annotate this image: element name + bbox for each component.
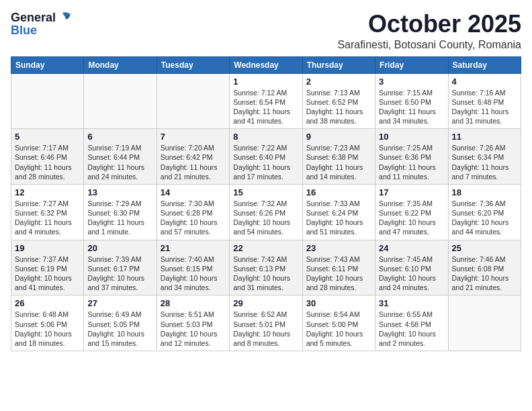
day-number: 26 [15, 298, 80, 308]
table-row: 24Sunrise: 7:45 AM Sunset: 6:10 PM Dayli… [375, 240, 448, 295]
table-row: 9Sunrise: 7:23 AM Sunset: 6:38 PM Daylig… [302, 129, 375, 185]
table-row: 28Sunrise: 6:51 AM Sunset: 5:03 PM Dayli… [157, 295, 229, 351]
table-row: 13Sunrise: 7:29 AM Sunset: 6:30 PM Dayli… [84, 184, 157, 240]
day-number: 31 [379, 298, 444, 308]
table-row: 25Sunrise: 7:46 AM Sunset: 6:08 PM Dayli… [448, 240, 521, 295]
day-info: Sunrise: 7:46 AM Sunset: 6:08 PM Dayligh… [452, 255, 517, 293]
day-info: Sunrise: 6:54 AM Sunset: 5:00 PM Dayligh… [306, 310, 371, 348]
table-row: 22Sunrise: 7:42 AM Sunset: 6:13 PM Dayli… [230, 240, 302, 295]
day-number: 30 [306, 298, 371, 308]
calendar-header-row: Sunday Monday Tuesday Wednesday Thursday… [11, 56, 521, 73]
table-row: 6Sunrise: 7:19 AM Sunset: 6:44 PM Daylig… [84, 129, 157, 185]
calendar-week-row: 12Sunrise: 7:27 AM Sunset: 6:32 PM Dayli… [11, 184, 521, 240]
day-info: Sunrise: 7:26 AM Sunset: 6:34 PM Dayligh… [452, 143, 517, 181]
table-row [157, 73, 229, 129]
day-info: Sunrise: 7:25 AM Sunset: 6:36 PM Dayligh… [379, 143, 444, 181]
day-info: Sunrise: 6:51 AM Sunset: 5:03 PM Dayligh… [161, 310, 226, 348]
day-info: Sunrise: 7:30 AM Sunset: 6:28 PM Dayligh… [161, 199, 226, 237]
logo-blue-text: Blue [11, 24, 37, 38]
day-number: 21 [161, 243, 226, 253]
calendar-week-row: 5Sunrise: 7:17 AM Sunset: 6:46 PM Daylig… [11, 129, 521, 185]
table-row: 12Sunrise: 7:27 AM Sunset: 6:32 PM Dayli… [11, 184, 84, 240]
day-number: 7 [161, 132, 226, 142]
day-number: 15 [233, 187, 298, 197]
day-info: Sunrise: 7:29 AM Sunset: 6:30 PM Dayligh… [87, 199, 152, 237]
day-info: Sunrise: 6:55 AM Sunset: 4:58 PM Dayligh… [379, 310, 444, 348]
day-info: Sunrise: 6:52 AM Sunset: 5:01 PM Dayligh… [233, 310, 298, 348]
day-info: Sunrise: 7:40 AM Sunset: 6:15 PM Dayligh… [161, 255, 226, 293]
logo: General Blue [11, 11, 72, 38]
table-row: 27Sunrise: 6:49 AM Sunset: 5:05 PM Dayli… [84, 295, 157, 351]
day-info: Sunrise: 6:48 AM Sunset: 5:06 PM Dayligh… [15, 310, 80, 348]
table-row: 20Sunrise: 7:39 AM Sunset: 6:17 PM Dayli… [84, 240, 157, 295]
day-number: 11 [452, 132, 517, 142]
day-number: 18 [452, 187, 517, 197]
day-info: Sunrise: 7:36 AM Sunset: 6:20 PM Dayligh… [452, 199, 517, 237]
col-saturday: Saturday [448, 56, 521, 73]
day-info: Sunrise: 6:49 AM Sunset: 5:05 PM Dayligh… [87, 310, 152, 348]
page-header: General Blue October 2025 Sarafinesti, B… [11, 11, 521, 51]
table-row: 2Sunrise: 7:13 AM Sunset: 6:52 PM Daylig… [302, 73, 375, 129]
day-info: Sunrise: 7:13 AM Sunset: 6:52 PM Dayligh… [306, 88, 371, 126]
day-number: 25 [452, 243, 517, 253]
day-number: 3 [379, 77, 444, 87]
day-number: 10 [379, 132, 444, 142]
calendar-week-row: 1Sunrise: 7:12 AM Sunset: 6:54 PM Daylig… [11, 73, 521, 129]
table-row: 16Sunrise: 7:33 AM Sunset: 6:24 PM Dayli… [302, 184, 375, 240]
day-number: 22 [233, 243, 298, 253]
table-row: 10Sunrise: 7:25 AM Sunset: 6:36 PM Dayli… [375, 129, 448, 185]
day-info: Sunrise: 7:45 AM Sunset: 6:10 PM Dayligh… [379, 255, 444, 293]
table-row: 23Sunrise: 7:43 AM Sunset: 6:11 PM Dayli… [302, 240, 375, 295]
day-number: 24 [379, 243, 444, 253]
day-info: Sunrise: 7:43 AM Sunset: 6:11 PM Dayligh… [306, 255, 371, 293]
day-number: 5 [15, 132, 80, 142]
col-tuesday: Tuesday [157, 56, 229, 73]
day-info: Sunrise: 7:37 AM Sunset: 6:19 PM Dayligh… [15, 255, 80, 293]
table-row: 11Sunrise: 7:26 AM Sunset: 6:34 PM Dayli… [448, 129, 521, 185]
day-number: 28 [161, 298, 226, 308]
col-friday: Friday [375, 56, 448, 73]
day-info: Sunrise: 7:15 AM Sunset: 6:50 PM Dayligh… [379, 88, 444, 126]
calendar-table: Sunday Monday Tuesday Wednesday Thursday… [11, 56, 521, 351]
day-info: Sunrise: 7:27 AM Sunset: 6:32 PM Dayligh… [15, 199, 80, 237]
day-number: 16 [306, 187, 371, 197]
table-row: 15Sunrise: 7:32 AM Sunset: 6:26 PM Dayli… [230, 184, 302, 240]
table-row: 14Sunrise: 7:30 AM Sunset: 6:28 PM Dayli… [157, 184, 229, 240]
day-number: 4 [452, 77, 517, 87]
day-info: Sunrise: 7:12 AM Sunset: 6:54 PM Dayligh… [233, 88, 298, 126]
day-number: 12 [15, 187, 80, 197]
table-row: 26Sunrise: 6:48 AM Sunset: 5:06 PM Dayli… [11, 295, 84, 351]
day-info: Sunrise: 7:39 AM Sunset: 6:17 PM Dayligh… [87, 255, 152, 293]
table-row [84, 73, 157, 129]
table-row [448, 295, 521, 351]
table-row: 1Sunrise: 7:12 AM Sunset: 6:54 PM Daylig… [230, 73, 302, 129]
day-info: Sunrise: 7:16 AM Sunset: 6:48 PM Dayligh… [452, 88, 517, 126]
table-row: 5Sunrise: 7:17 AM Sunset: 6:46 PM Daylig… [11, 129, 84, 185]
day-number: 19 [15, 243, 80, 253]
table-row [11, 73, 84, 129]
day-info: Sunrise: 7:32 AM Sunset: 6:26 PM Dayligh… [233, 199, 298, 237]
day-number: 2 [306, 77, 371, 87]
calendar-week-row: 19Sunrise: 7:37 AM Sunset: 6:19 PM Dayli… [11, 240, 521, 295]
day-number: 29 [233, 298, 298, 308]
day-info: Sunrise: 7:22 AM Sunset: 6:40 PM Dayligh… [233, 143, 298, 181]
calendar-week-row: 26Sunrise: 6:48 AM Sunset: 5:06 PM Dayli… [11, 295, 521, 351]
day-number: 1 [233, 77, 298, 87]
day-number: 23 [306, 243, 371, 253]
table-row: 4Sunrise: 7:16 AM Sunset: 6:48 PM Daylig… [448, 73, 521, 129]
day-info: Sunrise: 7:23 AM Sunset: 6:38 PM Dayligh… [306, 143, 371, 181]
table-row: 30Sunrise: 6:54 AM Sunset: 5:00 PM Dayli… [302, 295, 375, 351]
day-info: Sunrise: 7:17 AM Sunset: 6:46 PM Dayligh… [15, 143, 80, 181]
day-number: 17 [379, 187, 444, 197]
table-row: 18Sunrise: 7:36 AM Sunset: 6:20 PM Dayli… [448, 184, 521, 240]
col-thursday: Thursday [302, 56, 375, 73]
day-number: 27 [87, 298, 152, 308]
day-info: Sunrise: 7:19 AM Sunset: 6:44 PM Dayligh… [87, 143, 152, 181]
day-number: 6 [87, 132, 152, 142]
table-row: 29Sunrise: 6:52 AM Sunset: 5:01 PM Dayli… [230, 295, 302, 351]
day-info: Sunrise: 7:35 AM Sunset: 6:22 PM Dayligh… [379, 199, 444, 237]
day-number: 14 [161, 187, 226, 197]
table-row: 3Sunrise: 7:15 AM Sunset: 6:50 PM Daylig… [375, 73, 448, 129]
day-info: Sunrise: 7:20 AM Sunset: 6:42 PM Dayligh… [161, 143, 226, 181]
day-number: 20 [87, 243, 152, 253]
